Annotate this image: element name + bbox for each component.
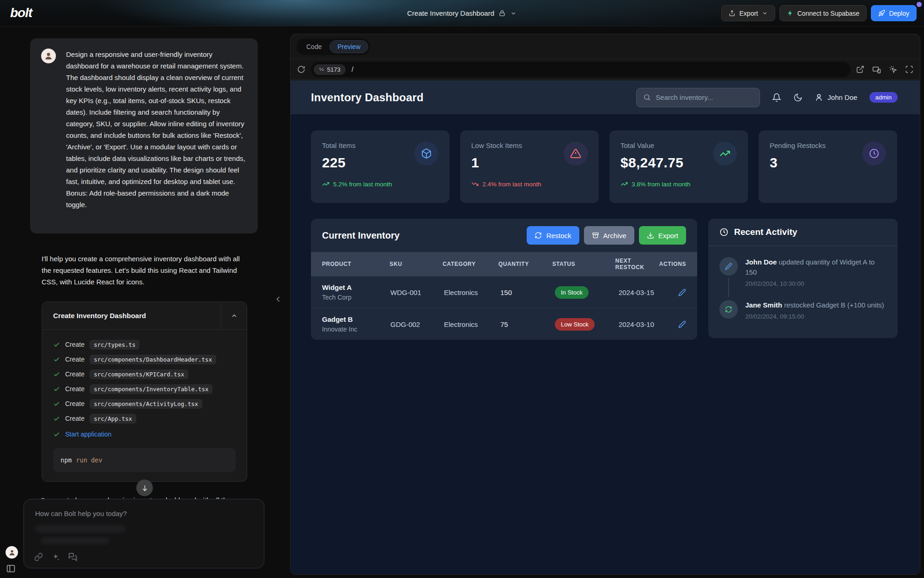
url-input[interactable]: 5173 / bbox=[311, 62, 851, 77]
search-input[interactable]: Search inventory... bbox=[636, 88, 760, 107]
sparkles-icon[interactable] bbox=[51, 553, 60, 561]
export-csv-button[interactable]: Export bbox=[639, 226, 686, 245]
dashboard-title: Inventory Dashboard bbox=[311, 91, 424, 104]
chat-bubbles-icon[interactable] bbox=[68, 553, 77, 561]
file-chip[interactable]: src/components/ActivityLog.tsx bbox=[90, 399, 202, 409]
tab-code[interactable]: Code bbox=[298, 40, 329, 53]
devices-icon[interactable] bbox=[872, 65, 881, 74]
dashboard-header: Inventory Dashboard Search inventory... … bbox=[291, 80, 920, 115]
package-icon bbox=[414, 141, 438, 166]
chat-panel: Design a responsive and user-friendly in… bbox=[0, 26, 289, 578]
scroll-to-bottom-button[interactable] bbox=[136, 480, 153, 496]
table-header-row: PRODUCT SKU CATEGORY QUANTITY STATUS NEX… bbox=[311, 252, 697, 276]
trending-up-icon bbox=[620, 180, 628, 188]
artifact-action-row: Create src/components/InventoryTable.tsx bbox=[53, 381, 236, 396]
artifact-body: Create src/types.ts Create src/component… bbox=[42, 330, 247, 481]
profile-avatar[interactable] bbox=[6, 546, 18, 559]
fullscreen-icon[interactable] bbox=[905, 65, 913, 74]
activity-user: Jane Smith bbox=[745, 301, 782, 309]
sidebar-toggle-icon[interactable] bbox=[6, 564, 16, 575]
terminal-command: npmrun dev bbox=[53, 448, 236, 472]
check-icon bbox=[53, 400, 60, 407]
col-next-restock: NEXT RESTOCK bbox=[615, 258, 659, 271]
dark-mode-toggle-moon-icon[interactable] bbox=[793, 93, 802, 102]
collapse-chat-chevron[interactable] bbox=[274, 295, 283, 306]
col-actions: ACTIONS bbox=[659, 261, 686, 267]
deploy-button[interactable]: Deploy bbox=[871, 5, 917, 21]
bell-icon[interactable] bbox=[772, 93, 781, 102]
plug-icon bbox=[319, 67, 324, 72]
chevron-up-icon bbox=[231, 312, 238, 320]
open-external-icon[interactable] bbox=[856, 65, 864, 74]
table-row: Widget A Tech Corp WDG-001 Electronics 1… bbox=[311, 276, 697, 308]
bolt-logo[interactable]: bolt bbox=[10, 6, 32, 20]
redacted-pill bbox=[35, 525, 126, 533]
file-chip[interactable]: src/App.tsx bbox=[90, 414, 136, 424]
restock-button[interactable]: Restock bbox=[527, 226, 579, 245]
link-attach-icon[interactable] bbox=[34, 553, 43, 561]
redacted-pill bbox=[41, 537, 109, 544]
project-title-menu[interactable]: Create Inventory Dashboard bbox=[407, 0, 517, 26]
activity-item: Jane Smith restocked Gadget B (+100 unit… bbox=[719, 300, 887, 327]
chevron-down-icon bbox=[511, 10, 517, 17]
command-args: run dev bbox=[76, 456, 102, 464]
trending-up-icon bbox=[322, 180, 329, 188]
user-message: Design a responsive and user-friendly in… bbox=[30, 38, 258, 234]
product-supplier: Tech Corp bbox=[322, 294, 390, 301]
inventory-title: Current Inventory bbox=[322, 230, 400, 241]
edit-pencil-icon[interactable] bbox=[678, 320, 686, 328]
activity-user: John Doe bbox=[745, 258, 777, 266]
lock-icon bbox=[499, 10, 506, 17]
kpi-trend: 5.2% from last month bbox=[322, 180, 438, 188]
action-verb: Create bbox=[65, 400, 85, 407]
action-verb: Create bbox=[65, 415, 85, 422]
kpi-trend: 2.4% from last month bbox=[471, 180, 588, 188]
refresh-icon bbox=[719, 300, 738, 319]
sku-cell: WDG-001 bbox=[390, 289, 444, 296]
activity-title: Recent Activity bbox=[734, 227, 797, 237]
check-icon bbox=[53, 386, 60, 393]
edit-pencil-icon[interactable] bbox=[678, 289, 686, 296]
product-name: Widget A bbox=[322, 283, 390, 291]
workbench-panel: Code Preview 5173 / Invent bbox=[290, 34, 920, 575]
download-icon bbox=[647, 232, 654, 239]
port-chip[interactable]: 5173 bbox=[314, 64, 346, 75]
artifact-action-row: Create src/types.ts bbox=[53, 337, 236, 352]
check-icon bbox=[53, 431, 60, 438]
chat-input-box[interactable]: How can Bolt help you today? bbox=[24, 499, 264, 568]
col-category: CATEGORY bbox=[443, 261, 498, 267]
recent-activity-card: Recent Activity John Doe updated quantit… bbox=[708, 219, 898, 338]
topbar-actions: Export Connect to Supabase Deploy bbox=[721, 5, 917, 21]
bolt-app: bolt Create Inventory Dashboard Export C… bbox=[0, 0, 924, 578]
file-chip[interactable]: src/components/KPICard.tsx bbox=[90, 369, 188, 379]
connect-supabase-label: Connect to Supabase bbox=[797, 10, 860, 17]
bulk-action-buttons: Restock Archive Export bbox=[527, 226, 686, 245]
next-restock-cell: 2024-03-15 bbox=[619, 289, 675, 296]
connect-supabase-button[interactable]: Connect to Supabase bbox=[779, 5, 867, 21]
artifact-collapse-button[interactable] bbox=[221, 302, 247, 330]
file-chip[interactable]: src/types.ts bbox=[90, 340, 140, 350]
export-label: Export bbox=[739, 10, 758, 17]
inspector-off-icon[interactable] bbox=[889, 65, 897, 74]
tab-preview[interactable]: Preview bbox=[329, 40, 368, 53]
arrow-down-icon bbox=[141, 484, 149, 492]
user-menu[interactable]: John Doe bbox=[815, 93, 857, 102]
artifact-action-row: Create src/components/DashboardHeader.ts… bbox=[53, 352, 236, 367]
file-chip[interactable]: src/components/InventoryTable.tsx bbox=[90, 384, 213, 394]
start-application-link[interactable]: Start application bbox=[65, 430, 111, 438]
supabase-zap-icon bbox=[787, 10, 794, 17]
archive-button[interactable]: Archive bbox=[584, 226, 634, 245]
preview-viewport: Inventory Dashboard Search inventory... … bbox=[291, 80, 920, 574]
quantity-cell: 150 bbox=[500, 289, 555, 296]
start-application-row: Start application bbox=[53, 427, 236, 442]
user-icon bbox=[815, 93, 823, 102]
artifact-header: Create Inventory Dashboard bbox=[42, 302, 247, 330]
port-number: 5173 bbox=[327, 66, 340, 73]
file-chip[interactable]: src/components/DashboardHeader.tsx bbox=[90, 355, 216, 364]
trending-down-icon bbox=[471, 180, 479, 188]
search-icon bbox=[643, 93, 651, 101]
check-icon bbox=[53, 341, 60, 348]
reload-icon[interactable] bbox=[297, 65, 305, 74]
category-cell: Electronics bbox=[444, 320, 500, 328]
export-button[interactable]: Export bbox=[721, 5, 775, 21]
